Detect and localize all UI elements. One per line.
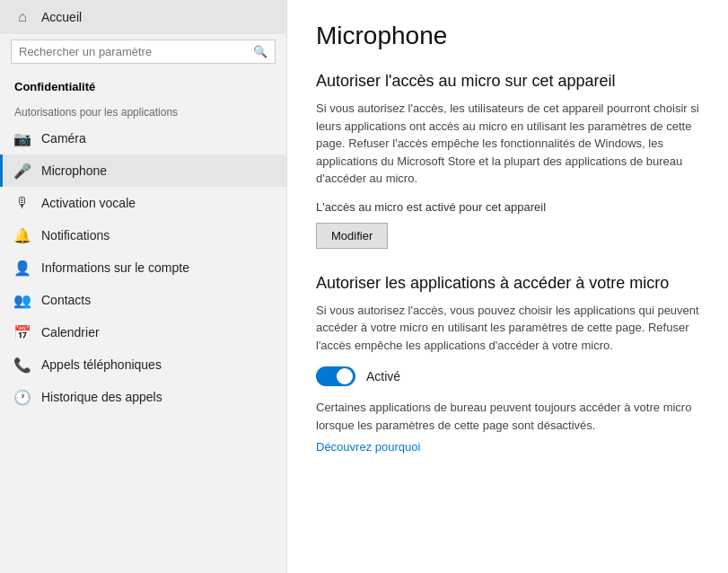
calendar-icon: 📅 [14, 324, 31, 340]
phone-icon: 📞 [14, 357, 31, 373]
sidebar-phone-label: Appels téléphoniques [41, 357, 162, 372]
discover-link[interactable]: Découvrez pourquoi [316, 440, 420, 454]
sidebar-item-calendar[interactable]: 📅 Calendrier [0, 316, 286, 348]
sidebar-vocal-label: Activation vocale [41, 196, 136, 210]
sidebar: ⌂ Accueil 🔍 Confidentialité Autorisation… [0, 0, 287, 573]
sidebar-home-label: Accueil [41, 10, 82, 24]
sidebar-notifications-label: Notifications [41, 228, 110, 242]
sidebar-camera-label: Caméra [41, 131, 86, 145]
sidebar-calendar-label: Calendrier [41, 325, 100, 339]
sidebar-item-camera[interactable]: 📷 Caméra [0, 122, 286, 154]
micro-toggle[interactable] [316, 366, 355, 386]
search-input[interactable] [19, 45, 248, 58]
sidebar-history-label: Historique des appels [41, 390, 162, 404]
sidebar-item-call-history[interactable]: 🕐 Historique des appels [0, 381, 286, 413]
sidebar-item-contacts[interactable]: 👥 Contacts [0, 284, 286, 316]
sidebar-contacts-label: Contacts [41, 293, 91, 307]
section-title: Confidentialité [0, 73, 286, 97]
section2-title: Autoriser les applications à accéder à v… [316, 274, 699, 293]
sidebar-item-microphone[interactable]: 🎤 Microphone [0, 154, 286, 187]
search-icon: 🔍 [253, 45, 268, 58]
notifications-icon: 🔔 [14, 227, 31, 243]
sidebar-microphone-label: Microphone [41, 163, 107, 178]
home-icon: ⌂ [14, 9, 31, 25]
sidebar-account-label: Informations sur le compte [41, 260, 189, 275]
section1-status: L'accès au micro est activé pour cet app… [316, 200, 699, 214]
sub-section-title: Autorisations pour les applications [0, 97, 286, 122]
section2-description: Si vous autorisez l'accès, vous pouvez c… [316, 302, 699, 355]
section1-description: Si vous autorisez l'accès, les utilisate… [316, 100, 699, 188]
toggle-label: Activé [366, 369, 400, 383]
sidebar-item-vocal-activation[interactable]: 🎙 Activation vocale [0, 187, 286, 219]
sidebar-item-account-info[interactable]: 👤 Informations sur le compte [0, 251, 286, 284]
toggle-row: Activé [316, 366, 699, 386]
note-text: Certaines applications de bureau peuvent… [316, 399, 699, 434]
microphone-icon: 🎤 [14, 163, 31, 179]
page-title: Microphone [316, 22, 699, 50]
sidebar-search-container: 🔍 [11, 40, 276, 64]
account-icon: 👤 [14, 260, 31, 276]
main-content: Microphone Autoriser l'accès au micro su… [287, 0, 728, 573]
history-icon: 🕐 [14, 389, 31, 405]
sidebar-home-item[interactable]: ⌂ Accueil [0, 0, 286, 34]
vocal-icon: 🎙 [14, 195, 31, 211]
camera-icon: 📷 [14, 130, 31, 146]
sidebar-item-phone-calls[interactable]: 📞 Appels téléphoniques [0, 348, 286, 381]
sidebar-item-notifications[interactable]: 🔔 Notifications [0, 219, 286, 251]
section1-title: Autoriser l'accès au micro sur cet appar… [316, 72, 699, 91]
contacts-icon: 👥 [14, 292, 31, 308]
modify-button[interactable]: Modifier [316, 223, 388, 249]
